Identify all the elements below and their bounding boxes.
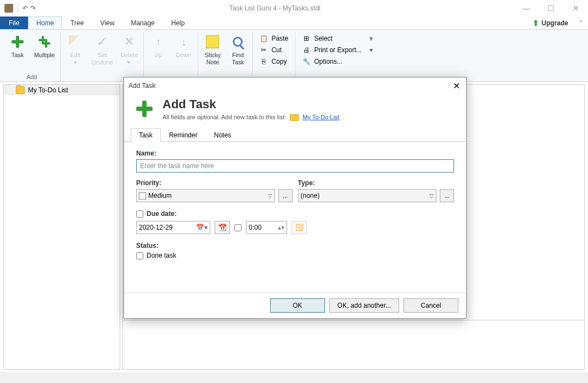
copy-icon: ⎘ [259,57,268,66]
x-icon: ✕ [124,35,134,49]
menubar: File Home Tree View Manage Help ⬆ Upgrad… [0,16,588,30]
name-input[interactable] [136,159,454,173]
chevron-down-icon: ▽ [268,193,272,199]
time-input[interactable]: 0:00 ▴▾ [246,221,287,234]
cut-button[interactable]: ✂Cut [257,45,290,55]
up-button: ↑ Up [146,32,170,73]
tab-reminder[interactable]: Reminder [161,128,206,142]
copy-button[interactable]: ⎘Copy [257,56,290,67]
menu-view[interactable]: View [92,16,123,29]
add-group-label: Add [26,73,37,81]
find-task-button[interactable]: Find Task [226,32,250,73]
task-button[interactable]: Task [5,32,30,73]
maximize-button[interactable]: ☐ [539,0,563,16]
type-more-button[interactable]: ... [440,189,454,202]
folder-icon [290,114,299,121]
priority-select[interactable]: Medium ▽ [136,189,275,202]
magnify-icon [233,37,243,47]
scissors-icon: ✂ [259,46,268,54]
due-date-label: Due date: [147,210,177,218]
ribbon: Task Multiple Add Edit▾ ✓ Set Undone ✕ D… [0,30,588,82]
app-icon [4,4,13,13]
edit-button: Edit▾ [63,32,87,73]
dialog-title: Add Task [128,82,451,90]
menu-home[interactable]: Home [28,16,62,29]
close-button[interactable]: ✕ [563,0,588,16]
pencil-icon [69,35,82,48]
plus-icon [10,35,25,49]
status-label: Status: [136,242,454,249]
date-picker-button[interactable]: 📆 [215,221,230,234]
dialog-icon [133,97,156,120]
paste-button[interactable]: 📋Paste [257,33,290,44]
tree-item-my-todo[interactable]: My To-Do List [4,85,120,96]
list-link[interactable]: My To-Do List [303,114,339,120]
name-label: Name: [136,149,454,157]
tab-task[interactable]: Task [131,128,161,142]
due-date-checkbox[interactable] [136,210,143,218]
priority-checkbox[interactable] [139,192,146,199]
titlebar: ↶ ↷ Task List Guru 4 - MyTasks.stdl — ☐ … [0,0,588,16]
menu-help[interactable]: Help [163,16,193,29]
type-label: Type: [298,179,455,187]
print-icon: 🖨 [302,46,311,54]
menu-tree[interactable]: Tree [62,16,92,29]
time-checkbox[interactable] [234,224,242,231]
sticky-note-button[interactable]: Sticky Note [200,32,225,73]
calendar-star-icon: 📆 [219,224,227,231]
down-button: ↓ Down [171,32,195,73]
note-icon [206,35,219,48]
arrow-down-icon: ↓ [181,36,186,48]
window-title: Task List Guru 4 - MyTasks.stdl [36,4,514,12]
upgrade-icon: ⬆ [533,19,539,27]
options-button[interactable]: 🔧Options... [300,56,375,67]
sidebar: My To-Do List [3,84,120,370]
spinner-icon: ▴▾ [278,224,284,231]
tab-notes[interactable]: Notes [206,128,239,142]
chevron-down-icon: ▽ [429,193,434,199]
select-icon: ⊞ [302,34,311,43]
delete-button: ✕ Delete▾ [117,32,141,73]
due-date-input[interactable]: 2020-12-29 📅▾ [136,221,210,234]
undo-icon[interactable]: ↶ [23,4,28,12]
file-menu[interactable]: File [0,16,28,29]
folder-icon [16,86,25,94]
priority-label: Priority: [136,179,293,187]
type-select[interactable]: (none) ▽ [298,189,437,202]
calendar-icon: 📅▾ [196,224,208,231]
add-task-dialog: Add Task ✕ Add Task All fields are optio… [124,77,467,319]
menu-manage[interactable]: Manage [122,16,163,29]
recurrence-icon: 🔁 [295,224,304,231]
ok-add-another-button[interactable]: OK, add another... [329,298,399,313]
print-export-button[interactable]: 🖨Print or Export...▾ [300,45,375,55]
select-button[interactable]: ⊞Select▾ [300,33,375,44]
cancel-button[interactable]: Cancel [404,298,458,313]
clipboard-icon: 📋 [259,34,268,43]
ribbon-collapse-icon[interactable]: ⌃ [574,16,588,29]
dialog-heading: Add Task [163,97,339,112]
ok-button[interactable]: OK [270,298,325,313]
arrow-up-icon: ↑ [155,36,161,48]
priority-more-button[interactable]: ... [278,189,293,202]
minimize-button[interactable]: — [514,0,539,16]
dialog-tabs: Task Reminder Notes [124,127,466,142]
dialog-close-button[interactable]: ✕ [451,80,462,91]
set-undone-button: ✓ Set Undone [88,32,116,73]
check-icon: ✓ [97,34,108,49]
done-task-checkbox[interactable] [136,252,143,259]
recurrence-button: 🔁 [292,221,307,234]
statusbar [0,372,588,383]
upgrade-button[interactable]: ⬆ Upgrade [527,16,574,29]
multiple-button[interactable]: Multiple [31,32,58,73]
redo-icon[interactable]: ↷ [30,4,36,12]
gear-icon: 🔧 [302,57,311,66]
